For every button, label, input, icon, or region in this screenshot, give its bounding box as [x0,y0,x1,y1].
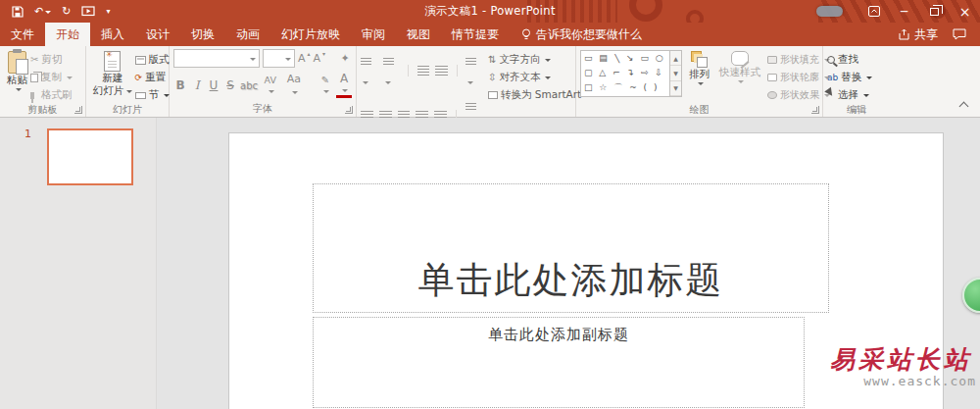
bullets-button[interactable] [361,52,377,89]
undo-icon[interactable]: ↶ [34,6,51,17]
shapes-scroll-down-icon[interactable]: ▼ [670,66,681,80]
bullets-caret-icon [363,81,368,87]
tab-view[interactable]: 视图 [396,23,441,46]
tab-insert[interactable]: 插入 [90,23,135,46]
scissors-icon: ✂ [30,55,38,65]
font-color-button[interactable]: A [336,74,352,98]
ribbon-tab-row: 文件 开始 插入 设计 切换 动画 幻灯片放映 审阅 视图 情节提要 告诉我你想… [0,23,980,46]
font-dialog-launcher-icon[interactable] [345,106,353,114]
copy-caret-icon [67,77,73,82]
restore-button[interactable] [919,0,950,23]
tab-home[interactable]: 开始 [45,23,90,46]
arrange-button[interactable]: 排列 [686,49,712,102]
character-spacing-button[interactable]: AV [261,75,280,96]
ribbon-display-options-icon[interactable] [858,0,889,23]
subtitle-placeholder-text: 单击此处添加副标题 [314,318,804,344]
new-slide-caret-icon [126,90,132,96]
shapes-gallery-more-icon[interactable]: ▼ [670,81,681,96]
redo-icon[interactable]: ↻ [62,6,71,17]
separator [457,65,458,77]
window-controls: ─ × [816,0,980,23]
increase-font-size-button[interactable]: A [298,52,311,65]
tab-review[interactable]: 审阅 [351,23,396,46]
change-case-button[interactable]: Aa [283,73,305,98]
underline-button[interactable]: U [207,78,220,92]
start-slideshow-icon[interactable] [81,6,95,18]
clipboard-dialog-launcher-icon[interactable] [74,106,82,114]
share-label: 共享 [914,26,938,43]
tab-slideshow[interactable]: 幻灯片放映 [270,23,351,46]
numbering-button[interactable] [383,52,400,89]
comments-icon[interactable] [953,28,966,40]
save-icon[interactable] [12,6,24,18]
font-size-combobox[interactable] [263,49,295,68]
select-label: 选择 [838,88,858,102]
shape-outline-icon [767,74,777,81]
copy-label: 复制 [41,71,62,84]
shape-fill-button[interactable]: 形状填充 [767,53,830,67]
tell-me-box[interactable]: 告诉我你想要做什么 [510,23,654,46]
tab-storyboarding[interactable]: 情节提要 [441,23,510,46]
decrease-indent-icon[interactable] [417,66,429,76]
customize-qat-icon[interactable]: ▾ [106,8,110,16]
shape-effects-button[interactable]: 形状效果 [767,88,830,102]
group-editing: 查找 替换 选择 编辑 [823,46,890,117]
lightbulb-icon [521,28,531,41]
drawing-dialog-launcher-icon[interactable] [811,106,819,114]
close-button[interactable]: × [950,0,980,23]
copy-icon [30,74,38,82]
find-button[interactable]: 查找 [827,53,872,67]
share-button[interactable]: 共享 [898,26,938,43]
group-label-font: 字体 [170,101,356,117]
subtitle-placeholder[interactable]: 单击此处添加副标题 [313,317,805,408]
copy-button[interactable]: 复制 [30,71,73,84]
shape-fill-label: 形状填充 [780,53,819,67]
italic-button[interactable]: I [190,78,204,92]
new-slide-label-2: 幻灯片 [93,84,132,97]
strikethrough-button[interactable]: S [223,78,237,92]
group-drawing: ▭ ▤ ╲ ↘ ▭ ○ ▢ △ ⌐ ↴ ⇨ ⇩ □ ☆ ⌒ ~ ( ) ▲ ▼ … [576,46,823,117]
title-placeholder[interactable]: 单击此处添加标题 [313,183,829,313]
clear-formatting-icon[interactable]: ✦ [338,52,352,65]
tab-file[interactable]: 文件 [0,23,45,46]
collapse-ribbon-icon[interactable] [959,102,969,112]
highlight-pen-icon[interactable]: ✎ [318,75,333,96]
group-clipboard: 粘贴 ✂ 剪切 复制 格式刷 [0,46,86,117]
highlight-caret-icon [323,90,329,96]
select-button[interactable]: 选择 [827,88,872,102]
cut-button[interactable]: ✂ 剪切 [30,53,73,67]
line-spacing-button[interactable] [466,52,482,89]
group-label-slides: 幻灯片 [86,102,169,117]
quick-styles-button[interactable]: 快速样式 [716,49,763,102]
smartart-label: 转换为 SmartArt [501,88,581,102]
tab-animations[interactable]: 动画 [225,23,270,46]
text-shadow-button[interactable]: abc [240,80,258,91]
decrease-font-size-button[interactable]: A [314,52,326,65]
new-slide-button[interactable]: 新建 幻灯片 [90,49,135,102]
reset-label: 重置 [145,71,166,84]
titlebar: ↶ ↻ ▾ 演示文稿1 - PowerPoint ─ × [0,0,980,23]
minimize-button[interactable]: ─ [889,0,919,23]
layout-label: 版式 [149,53,170,67]
paste-button[interactable]: 粘贴 [4,49,30,102]
format-painter-button[interactable]: 格式刷 [30,88,73,102]
group-label-drawing: 绘图 [576,102,822,117]
shapes-scroll-up-icon[interactable]: ▲ [670,51,681,66]
search-icon [827,56,835,64]
section-label: 节 [149,88,160,102]
replace-caret-icon [866,77,872,82]
tab-design[interactable]: 设计 [135,23,180,46]
shape-effects-icon [767,91,777,99]
group-label-clipboard: 剪贴板 [0,102,85,117]
shapes-gallery[interactable]: ▭ ▤ ╲ ↘ ▭ ○ ▢ △ ⌐ ↴ ⇨ ⇩ □ ☆ ⌒ ~ ( ) [580,50,670,97]
increase-indent-icon[interactable] [435,66,447,76]
new-slide-icon [104,51,121,72]
shape-outline-button[interactable]: 形状轮廓 [767,71,830,84]
bold-button[interactable]: B [173,78,187,92]
font-name-combobox[interactable] [173,49,260,68]
slide-thumbnail-1[interactable] [47,128,133,185]
text-direction-label: 文字方向 [499,53,540,67]
replace-button[interactable]: 替换 [827,71,872,84]
tab-transitions[interactable]: 切换 [180,23,225,46]
account-avatar[interactable] [816,6,843,17]
